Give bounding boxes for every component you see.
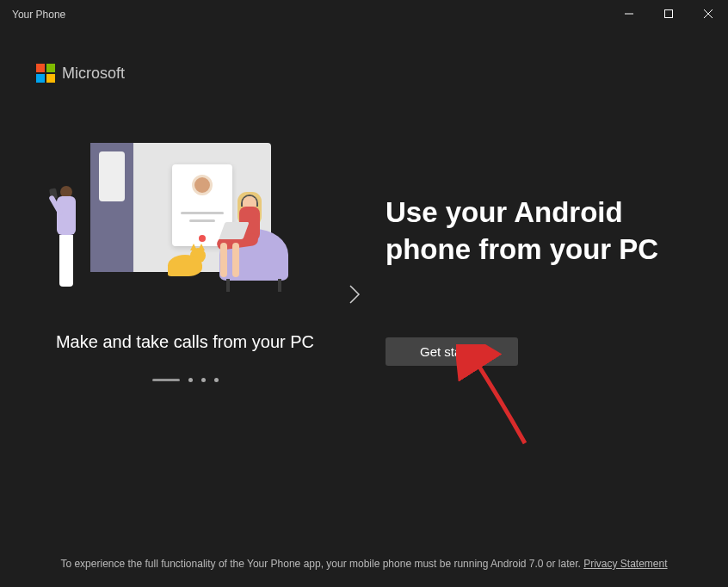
privacy-link[interactable]: Privacy Statement xyxy=(583,558,667,570)
carousel-next[interactable] xyxy=(344,134,365,541)
headline: Use your Android phone from your PC xyxy=(386,195,702,269)
maximize-button[interactable] xyxy=(649,0,688,28)
title-bar: Your Phone xyxy=(0,0,728,28)
carousel-dot-2[interactable] xyxy=(188,378,193,382)
content-area: Make and take calls from your PC Use you… xyxy=(0,83,728,541)
get-started-button[interactable]: Get started xyxy=(386,337,518,366)
window-controls xyxy=(609,0,728,28)
carousel-panel: Make and take calls from your PC xyxy=(26,134,344,541)
illustration xyxy=(60,143,310,302)
window-title: Your Phone xyxy=(12,7,65,21)
carousel-dots xyxy=(34,378,336,382)
main-panel: Use your Android phone from your PC Get … xyxy=(365,134,702,541)
minimize-icon xyxy=(625,9,633,18)
close-icon xyxy=(704,9,713,18)
footer-text: To experience the full functionality of … xyxy=(60,558,583,570)
minimize-button[interactable] xyxy=(609,0,649,28)
microsoft-logo-icon xyxy=(36,64,55,83)
close-button[interactable] xyxy=(688,0,728,28)
carousel-dot-3[interactable] xyxy=(201,378,206,382)
carousel-caption: Make and take calls from your PC xyxy=(34,332,336,352)
svg-rect-1 xyxy=(665,10,673,18)
brand-label: Microsoft xyxy=(62,65,125,83)
chevron-right-icon xyxy=(349,284,361,305)
carousel-dot-1[interactable] xyxy=(152,379,180,381)
brand: Microsoft xyxy=(0,28,728,83)
app-window: Your Phone Microsoft xyxy=(0,0,728,587)
maximize-icon xyxy=(664,9,673,18)
footer: To experience the full functionality of … xyxy=(0,541,728,587)
carousel-dot-4[interactable] xyxy=(214,378,219,382)
